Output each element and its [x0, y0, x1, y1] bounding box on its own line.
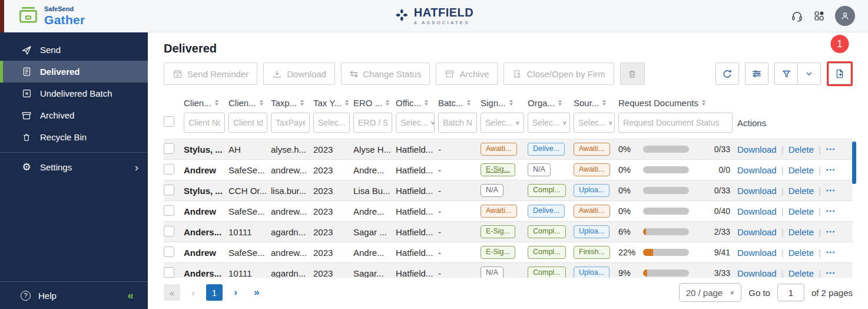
- organizer-status-filter-select[interactable]: Selec...∨: [528, 113, 570, 133]
- download-link[interactable]: Download: [737, 206, 777, 216]
- more-actions-icon[interactable]: ⋯: [826, 248, 836, 257]
- delete-link[interactable]: Delete: [789, 206, 814, 216]
- select-all-checkbox[interactable]: [164, 116, 174, 127]
- sidebar-item-delivered[interactable]: Delivered: [0, 61, 148, 83]
- more-actions-icon[interactable]: ⋯: [826, 227, 836, 236]
- more-actions-icon[interactable]: ⋯: [826, 165, 836, 175]
- collapse-sidebar-icon[interactable]: «: [127, 289, 134, 302]
- sidebar-item-recycle-bin[interactable]: Recycle Bin: [0, 126, 148, 148]
- safesend-gather-logo[interactable]: SafeSend Gather: [18, 6, 85, 27]
- goto-page-input[interactable]: [777, 284, 804, 301]
- source-doc-status-filter-select[interactable]: Selec...∨: [574, 113, 615, 133]
- column-header-taxpayer[interactable]: Taxp...: [271, 98, 313, 108]
- row-checkbox[interactable]: [164, 226, 174, 236]
- taxpayer-filter-input[interactable]: [271, 113, 310, 133]
- download-link[interactable]: Download: [737, 248, 777, 258]
- user-avatar[interactable]: [835, 6, 855, 26]
- office-cell: Hatfield...: [396, 165, 438, 175]
- more-actions-icon[interactable]: ⋯: [826, 206, 836, 216]
- column-header-batch-name[interactable]: Batc...: [438, 98, 481, 108]
- row-checkbox[interactable]: [164, 185, 174, 195]
- row-checkbox[interactable]: [164, 143, 174, 154]
- first-page-button[interactable]: «: [164, 284, 180, 301]
- table-filter-row: Selec...∨Selec...∨Selec...∨Selec...∨Sele…: [164, 111, 853, 134]
- signature-status-filter-select[interactable]: Selec...∨: [481, 113, 524, 133]
- apps-grid-icon[interactable]: [813, 10, 825, 22]
- close-open-by-firm-button[interactable]: Close/Open by Firm: [503, 63, 614, 85]
- delete-link[interactable]: Delete: [789, 165, 814, 175]
- column-header-ero-signer[interactable]: ERO ...: [353, 98, 396, 108]
- next-page-button[interactable]: ›: [227, 284, 244, 301]
- client-name-filter-input[interactable]: [184, 113, 225, 133]
- sidebar-item-undelivered-batch[interactable]: Undelivered Batch: [0, 83, 148, 104]
- more-actions-icon[interactable]: ⋯: [826, 186, 836, 195]
- request-documents-filter-input[interactable]: [618, 113, 733, 133]
- headset-icon[interactable]: [791, 10, 803, 22]
- column-header-office-location[interactable]: Offic...: [396, 98, 438, 108]
- download-button[interactable]: Download: [263, 63, 335, 85]
- download-link[interactable]: Download: [737, 186, 777, 196]
- delete-selected-button[interactable]: [620, 63, 645, 85]
- chevron-down-icon[interactable]: [797, 63, 821, 85]
- status-badge[interactable]: E-Sig...: [481, 163, 515, 177]
- column-header-source-doc-status[interactable]: Sour...: [574, 98, 618, 108]
- brand-name: SafeSend: [44, 6, 85, 12]
- change-status-button[interactable]: ⇆Change Status: [341, 63, 430, 85]
- row-checkbox[interactable]: [164, 164, 174, 175]
- current-page-button[interactable]: 1: [206, 284, 223, 301]
- client-id-filter-input[interactable]: [228, 113, 267, 133]
- status-badge: Uploa...: [574, 267, 609, 278]
- batch-cell: -: [438, 165, 481, 175]
- sidebar-item-settings[interactable]: ⚙Settings›: [0, 156, 148, 178]
- delete-link[interactable]: Delete: [789, 248, 814, 258]
- office-cell: Hatfield...: [396, 227, 438, 237]
- row-checkbox[interactable]: [164, 267, 174, 278]
- delete-link[interactable]: Delete: [789, 268, 814, 278]
- column-header-signature-status[interactable]: Sign...: [481, 98, 528, 108]
- taxpayer-cell: andrew...: [271, 248, 313, 258]
- download-link[interactable]: Download: [737, 268, 777, 278]
- batch-name-filter-input[interactable]: [438, 113, 477, 133]
- status-badge: Uploa...: [574, 184, 609, 198]
- download-link[interactable]: Download: [737, 165, 777, 175]
- progress-percent: 6%: [618, 227, 643, 236]
- sidebar-item-label: Archived: [40, 110, 74, 120]
- download-link[interactable]: Download: [737, 144, 777, 154]
- batch-cell: -: [438, 206, 481, 216]
- row-checkbox[interactable]: [164, 246, 174, 257]
- more-actions-icon[interactable]: ⋯: [826, 268, 836, 278]
- column-header-tax-year[interactable]: Tax Y...: [313, 98, 353, 108]
- sidebar-item-send[interactable]: Send: [0, 39, 148, 61]
- client-id-cell: CCH Or...: [228, 186, 271, 196]
- request-documents-cell: 6%2/33: [618, 227, 736, 236]
- column-header-organizer-status[interactable]: Orga...: [528, 98, 574, 108]
- send-reminder-button[interactable]: Send Reminder: [164, 63, 257, 85]
- page-size-select[interactable]: 20 / page ∨: [679, 283, 742, 302]
- archive-button[interactable]: Archive: [436, 63, 498, 85]
- help-label[interactable]: Help: [38, 291, 57, 301]
- chevron-down-icon: ∨: [430, 120, 435, 126]
- status-badge: Compl...: [528, 184, 566, 198]
- tax-year-filter-select[interactable]: Selec...∨: [313, 113, 350, 133]
- column-options-icon[interactable]: [745, 63, 768, 85]
- document-count: 0/33: [689, 186, 736, 195]
- prev-page-button[interactable]: ‹: [185, 284, 201, 301]
- column-header-client-id[interactable]: Clien...: [228, 98, 271, 108]
- row-checkbox[interactable]: [164, 205, 174, 216]
- office-location-filter-select[interactable]: Selec...∨: [396, 113, 435, 133]
- filter-icon[interactable]: [774, 63, 798, 85]
- column-header-request-documents[interactable]: Request Documents: [618, 98, 736, 108]
- more-actions-icon[interactable]: ⋯: [826, 144, 836, 154]
- ero-signer-filter-input[interactable]: [353, 113, 392, 133]
- delete-link[interactable]: Delete: [789, 227, 814, 237]
- refresh-icon[interactable]: [715, 63, 739, 85]
- delete-link[interactable]: Delete: [789, 144, 814, 154]
- client-id-cell: 10111: [228, 227, 271, 237]
- last-page-button[interactable]: »: [249, 284, 265, 301]
- export-icon[interactable]: [829, 63, 851, 84]
- sidebar-item-archived[interactable]: Archived: [0, 104, 148, 126]
- delete-link[interactable]: Delete: [789, 186, 814, 196]
- download-link[interactable]: Download: [737, 227, 777, 237]
- vertical-scrollbar[interactable]: [852, 142, 856, 184]
- column-header-client-name[interactable]: Clien...: [184, 98, 228, 108]
